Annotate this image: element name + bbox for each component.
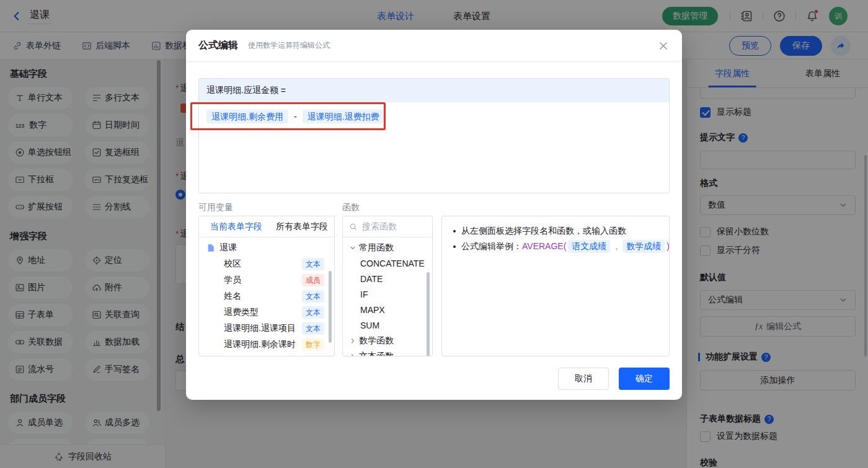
confirm-button[interactable]: 确定	[619, 368, 670, 390]
formula-target: 退课明细.应退金额 =	[199, 79, 669, 102]
search-placeholder: 搜索函数	[362, 221, 397, 232]
type-badge: 数字	[302, 338, 324, 351]
function-group-0[interactable]: 常用函数	[343, 240, 432, 255]
variable-item-3[interactable]: 退费类型文本	[199, 304, 334, 320]
variables-label: 可用变量	[198, 202, 233, 213]
function-group-2[interactable]: 文本函数	[343, 348, 432, 356]
functions-label: 函数	[342, 202, 360, 213]
tip-item: 公式编辑举例：AVERAGE(语文成绩，数学成绩)	[451, 240, 660, 253]
close-icon	[658, 41, 668, 51]
modal-header: 公式编辑 使用数学运算符编辑公式	[186, 30, 682, 62]
bullet-icon	[453, 230, 456, 232]
variable-item-4[interactable]: 退课明细.退课项目文本	[199, 320, 334, 337]
tips-panel: 从左侧面板选择字段名和函数，或输入函数 公式编辑举例：AVERAGE(语文成绩，…	[441, 216, 670, 356]
chevron-down-icon	[349, 244, 356, 252]
functions-panel: 搜索函数 常用函数CONCATENATEDATEIFMAPXSUM数学函数文本函…	[342, 216, 433, 356]
formula-body[interactable]: 退课明细.剩余费用 - 退课明细.退费扣费	[199, 102, 669, 193]
function-item-CONCATENATE[interactable]: CONCATENATE	[343, 255, 432, 271]
tip-item: 从左侧面板选择字段名和函数，或输入函数	[451, 224, 660, 237]
tab-current-form-fields[interactable]: 当前表单字段	[210, 221, 262, 232]
function-item-MAPX[interactable]: MAPX	[343, 302, 432, 317]
formula-editor[interactable]: 退课明细.应退金额 = 退课明细.剩余费用 - 退课明细.退费扣费	[198, 78, 670, 193]
function-item-SUM[interactable]: SUM	[343, 317, 432, 333]
function-item-DATE[interactable]: DATE	[343, 271, 432, 286]
type-badge: 文本	[302, 290, 324, 302]
variable-item-5[interactable]: 退课明细.剩余课时数字	[199, 337, 334, 353]
modal-title: 公式编辑	[198, 39, 238, 52]
search-icon	[349, 223, 358, 231]
tab-all-form-fields[interactable]: 所有表单字段	[276, 221, 328, 232]
modal-subtitle: 使用数学运算符编辑公式	[248, 40, 330, 51]
formula-field-token[interactable]: 退课明细.退费扣费	[303, 110, 384, 123]
cancel-button[interactable]: 取消	[558, 368, 609, 390]
formula-field-token[interactable]: 退课明细.剩余费用	[206, 110, 288, 123]
form-designer-page: 退课 表单设计 表单设置 数据管理 训 表单外链后端脚本数据权限	[0, 0, 868, 468]
formula-operator: -	[294, 112, 297, 121]
type-badge: 文本	[302, 322, 324, 335]
variable-item-1[interactable]: 学员成员	[199, 272, 334, 288]
form-doc-icon	[206, 244, 215, 252]
function-search-input[interactable]: 搜索函数	[343, 216, 432, 237]
bullet-icon	[453, 245, 456, 248]
formula-editor-modal: 公式编辑 使用数学运算符编辑公式 退课明细.应退金额 = 退课明细.剩余费用 -…	[186, 30, 682, 400]
variables-scrollbar[interactable]	[329, 271, 332, 343]
chevron-right-icon	[349, 337, 356, 345]
variable-tree-root[interactable]: 退课	[199, 240, 334, 256]
chevron-right-icon	[349, 353, 356, 357]
variables-panel: 当前表单字段 所有表单字段 退课校区文本学员成员姓名文本退费类型文本退课明细.退…	[198, 216, 335, 356]
variable-item-0[interactable]: 校区文本	[199, 256, 334, 272]
type-badge: 成员	[302, 274, 324, 286]
type-badge: 文本	[302, 258, 324, 270]
functions-scrollbar[interactable]	[427, 272, 430, 356]
function-item-IF[interactable]: IF	[343, 286, 432, 302]
modal-footer: 取消 确定	[186, 368, 682, 390]
function-group-1[interactable]: 数学函数	[343, 333, 432, 348]
close-button[interactable]	[657, 40, 670, 52]
type-badge: 文本	[302, 306, 324, 319]
variable-item-2[interactable]: 姓名文本	[199, 288, 334, 304]
